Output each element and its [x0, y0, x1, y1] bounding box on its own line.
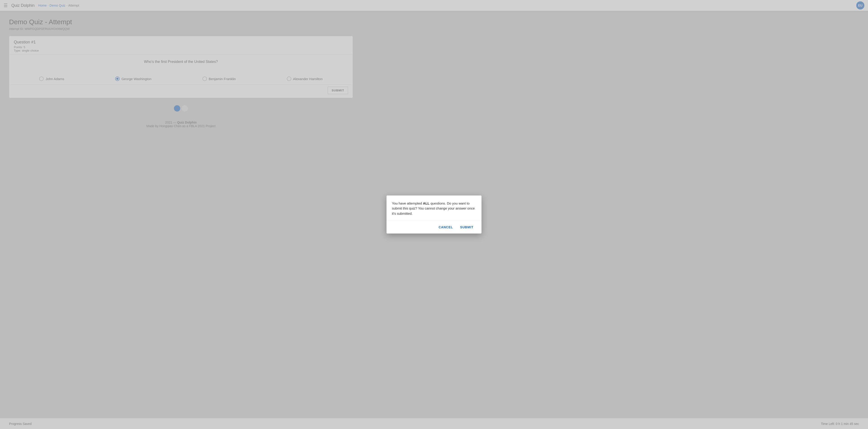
dialog-submit-button[interactable]: SUBMIT [458, 223, 476, 231]
dialog-message: You have attempted ALL questions. Do you… [392, 201, 476, 216]
dialog-msg-bold: ALL [423, 202, 430, 205]
cancel-button[interactable]: CANCEL [436, 223, 456, 231]
dialog-overlay: You have attempted ALL questions. Do you… [0, 0, 868, 429]
dialog-msg-part1: You have attempted [392, 202, 423, 205]
dialog-actions: CANCEL SUBMIT [392, 223, 476, 231]
confirm-dialog: You have attempted ALL questions. Do you… [386, 195, 482, 234]
